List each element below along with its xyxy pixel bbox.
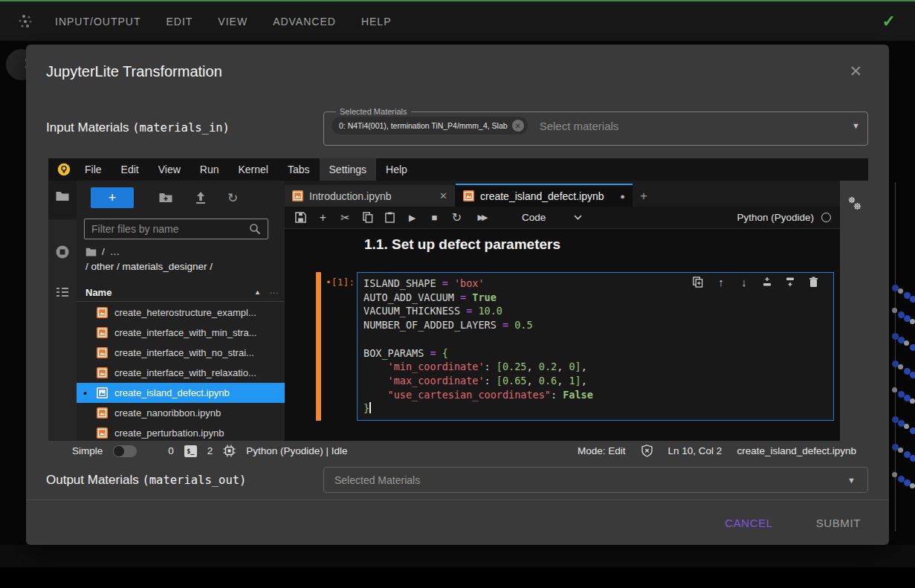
lightbulb-icon[interactable] [57,163,71,176]
delete-cell-icon[interactable] [807,276,819,288]
jupyter-menu-tabs[interactable]: Tabs [278,158,320,181]
refresh-icon[interactable]: ↻ [227,190,242,205]
jupyter-menu-kernel[interactable]: Kernel [228,158,277,181]
background-strip [0,567,915,588]
dialog-footer: CANCEL SUBMIT [26,500,889,545]
file-row[interactable]: ●create_island_defect.ipynb [77,383,285,403]
file-list-header[interactable]: Name ▲ … [77,283,285,302]
running-kernels-icon[interactable] [55,245,70,259]
caret-down-icon: ▼ [847,476,856,485]
dialog-title: JupyterLite Transformation [46,63,222,80]
cell-type-dropdown[interactable]: Code [522,212,582,223]
notebook-panel: Introduction.ipynb✕create_island_defect.… [285,181,840,441]
app-menu-help[interactable]: HELP [361,16,392,28]
copy-icon[interactable] [361,211,374,224]
filter-files-input[interactable] [84,219,268,239]
jupyter-menu-edit[interactable]: Edit [111,158,149,181]
code-line: AUTO_ADD_VACUUM = True [363,291,827,305]
file-list: create_heterostructure_exampl...create_i… [77,303,285,441]
notebook-tab[interactable]: create_island_defect.ipynb● [456,184,633,207]
atom-sphere [910,372,915,378]
notebook-tab[interactable]: Introduction.ipynb✕ [285,185,456,207]
output-materials-select[interactable]: Selected Materials ▼ [323,467,868,493]
restart-kernel-icon[interactable]: ↻ [450,211,463,224]
run-all-icon[interactable]: ▶▶ [473,211,491,224]
file-row[interactable]: create_perturbation.ipynb [77,423,285,441]
markdown-heading-cell[interactable]: 1.1. Set up defect parameters [364,236,560,253]
file-row[interactable]: create_interface_with_min_stra... [77,323,285,343]
duplicate-cell-icon[interactable] [692,276,704,288]
move-cell-up-icon[interactable]: ↑ [715,276,727,288]
statusbar-filename: create_island_defect.ipynb [737,445,856,456]
cancel-button[interactable]: CANCEL [720,516,777,530]
notebook-file-icon [97,327,108,338]
file-row[interactable]: create_nanoribbon.ipynb [77,403,285,423]
code-cell-editor[interactable]: ISLAND_SHAPE = 'box'AUTO_ADD_VACUUM = Tr… [357,272,834,421]
submit-button[interactable]: SUBMIT [812,516,865,530]
new-folder-icon[interactable] [158,190,173,205]
kernels-count[interactable]: 2 [207,445,213,456]
check-icon[interactable]: ✓ [882,12,896,31]
cell-collapser[interactable] [316,272,321,421]
app-bar: INPUT/OUTPUTEDITVIEWADVANCEDHELP ✓ [0,1,915,41]
add-tab-button[interactable]: + [633,185,655,207]
file-name: create_heterostructure_exampl... [114,307,256,318]
folder-icon[interactable] [55,189,70,204]
tab-close-icon[interactable]: ✕ [439,190,447,201]
jupyter-menu-help[interactable]: Help [376,158,417,181]
kernel-status-text[interactable]: Python (Pyodide) | Idle [246,445,347,456]
breadcrumb-ellipsis[interactable]: … [110,246,120,257]
code-line: } [363,401,827,416]
cursor-position[interactable]: Ln 10, Col 2 [668,445,722,456]
move-cell-down-icon[interactable]: ↓ [738,276,750,288]
cut-icon[interactable]: ✂ [339,211,352,224]
kernel-selector[interactable]: Python (Pyodide) [737,212,831,223]
file-row[interactable]: create_heterostructure_exampl... [77,303,285,323]
paste-icon[interactable] [384,211,396,224]
insert-cell-icon[interactable]: + [317,211,329,224]
jupyter-menu-run[interactable]: Run [190,158,229,181]
jupyter-menu-settings[interactable]: Settings [320,158,377,181]
search-icon [249,223,261,235]
app-menu-edit[interactable]: EDIT [166,16,193,28]
app-menu-input-output[interactable]: INPUT/OUTPUT [55,16,140,28]
jupyter-menu-view[interactable]: View [149,158,190,181]
stop-icon[interactable]: ■ [428,211,441,224]
insert-cell-below-icon[interactable] [784,276,796,288]
upload-icon[interactable] [193,190,208,205]
selected-materials-legend: Selected Materials [336,107,411,116]
table-of-contents-icon[interactable] [55,285,70,300]
atom-sphere [904,424,909,429]
input-materials-label: Input Materials (materials_in) [46,120,230,135]
chip-close-icon[interactable]: ✕ [512,120,524,132]
file-row[interactable]: create_interface_with_no_strai... [77,343,285,363]
screen: INPUT/OUTPUTEDITVIEWADVANCEDHELP ✓ Jupyt… [0,0,915,588]
new-launcher-button[interactable]: + [91,187,134,208]
notebook-file-icon [97,407,108,419]
app-logo-dots-icon[interactable] [16,13,37,30]
cell-toolbar: ↑ ↓ [692,276,819,288]
editor-mode[interactable]: Mode: Edit [578,445,626,456]
file-row[interactable]: create_interface_with_relaxatio... [77,363,285,383]
close-icon[interactable]: ✕ [849,62,862,80]
chevron-down-icon [574,215,582,220]
app-menu-view[interactable]: VIEW [218,16,248,28]
simple-mode-toggle[interactable] [113,445,137,457]
kernel-status-icon [821,213,831,222]
jupyter-menu-file[interactable]: File [75,158,111,181]
run-icon[interactable]: ▶ [406,211,418,224]
save-icon[interactable] [294,211,307,224]
breadcrumb-path[interactable]: / other / materials_designer / [85,261,213,272]
caret-down-icon[interactable]: ▼ [852,121,860,130]
select-materials-placeholder[interactable]: Select materials [540,120,619,132]
tab-label: Introduction.ipynb [309,190,392,202]
folder-icon[interactable] [85,247,97,256]
name-column-header[interactable]: Name [85,287,111,298]
app-menu-advanced[interactable]: ADVANCED [273,16,336,28]
atom-sphere [904,340,909,346]
settings-gears-icon[interactable] [847,196,863,212]
selected-materials-field: Selected Materials 0: N4Ti4(001), termin… [323,107,868,146]
insert-cell-above-icon[interactable] [761,276,773,288]
terminals-count[interactable]: 0 [168,445,174,456]
material-chip[interactable]: 0: N4Ti4(001), termination TiN_P4/mmm_4,… [332,117,528,135]
